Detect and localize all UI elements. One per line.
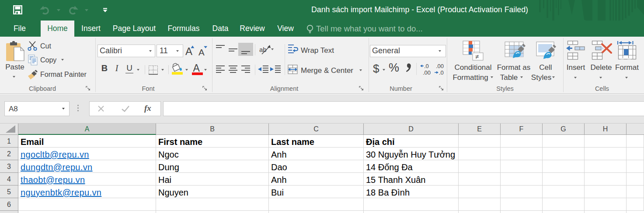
svg-text:≠: ≠ (475, 53, 479, 60)
svg-text:ab: ab (259, 46, 267, 53)
svg-text:.0: .0 (439, 69, 444, 76)
svg-text:A: A (193, 62, 200, 74)
svg-text:.00: .00 (436, 63, 444, 69)
svg-text:A: A (198, 47, 205, 56)
svg-text:A: A (185, 45, 192, 56)
svg-text:.00: .00 (423, 69, 431, 76)
svg-text:.0: .0 (424, 63, 429, 69)
